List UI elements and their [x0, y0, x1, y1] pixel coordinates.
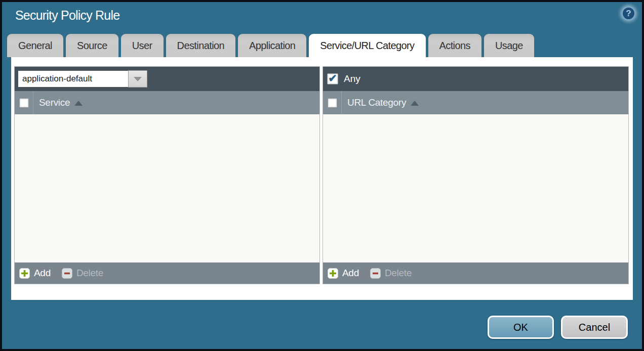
- window-frame: Security Policy Rule ? General Source Us…: [0, 0, 644, 351]
- tab-source[interactable]: Source: [66, 34, 118, 57]
- minus-icon: [370, 268, 381, 279]
- url-category-add-button[interactable]: Add: [328, 268, 359, 279]
- tab-destination[interactable]: Destination: [166, 34, 235, 57]
- chevron-down-icon: [134, 77, 142, 81]
- add-button-label: Add: [34, 268, 51, 279]
- security-policy-rule-dialog: Security Policy Rule ? General Source Us…: [2, 2, 642, 349]
- checkmark-icon: ✔: [328, 73, 337, 83]
- tab-user[interactable]: User: [121, 34, 164, 57]
- delete-button-label: Delete: [385, 268, 412, 279]
- sort-asc-icon[interactable]: [411, 101, 419, 106]
- sort-asc-icon[interactable]: [74, 101, 83, 106]
- minus-icon: [62, 268, 72, 279]
- service-type-dropdown: [18, 70, 147, 87]
- service-panel: Service Add Delete: [14, 66, 320, 284]
- service-delete-button[interactable]: Delete: [62, 268, 103, 279]
- tab-service-url-category[interactable]: Service/URL Category: [309, 34, 425, 57]
- any-checkbox-label[interactable]: Any: [344, 73, 360, 84]
- service-add-button[interactable]: Add: [19, 268, 51, 279]
- url-category-select-all-cell: [323, 91, 342, 114]
- help-icon[interactable]: ?: [622, 7, 635, 20]
- url-category-column-label[interactable]: URL Category: [347, 97, 406, 108]
- url-category-select-all-checkbox[interactable]: [328, 98, 337, 108]
- add-button-label: Add: [342, 268, 359, 279]
- url-category-delete-button[interactable]: Delete: [370, 268, 412, 279]
- plus-icon: [328, 268, 338, 279]
- service-column-header: Service: [15, 91, 319, 114]
- url-category-column-header: URL Category: [323, 91, 628, 114]
- tab-bar: General Source User Destination Applicat…: [7, 34, 534, 57]
- ok-button[interactable]: OK: [488, 316, 554, 339]
- service-panel-footer: Add Delete: [15, 262, 319, 284]
- service-select-all-checkbox[interactable]: [19, 98, 29, 108]
- tab-application[interactable]: Application: [238, 34, 306, 57]
- service-type-dropdown-button[interactable]: [128, 70, 147, 87]
- tab-usage[interactable]: Usage: [484, 34, 534, 57]
- delete-button-label: Delete: [76, 268, 103, 279]
- url-category-list-body: [323, 114, 628, 262]
- tab-content-area: Service Add Delete: [11, 57, 633, 300]
- url-category-panel: ✔ Any URL Category: [323, 66, 629, 284]
- service-list-body: [15, 114, 319, 262]
- any-checkbox[interactable]: ✔: [327, 73, 338, 84]
- service-column-label[interactable]: Service: [39, 97, 70, 108]
- tab-general[interactable]: General: [7, 34, 63, 57]
- plus-icon: [19, 268, 30, 279]
- url-category-panel-footer: Add Delete: [323, 262, 628, 284]
- url-category-panel-header: ✔ Any: [323, 67, 628, 91]
- dialog-title: Security Policy Rule: [15, 8, 119, 23]
- service-panel-header: [15, 67, 319, 91]
- service-type-input[interactable]: [18, 70, 128, 87]
- tab-actions[interactable]: Actions: [428, 34, 481, 57]
- cancel-button[interactable]: Cancel: [561, 316, 628, 339]
- service-select-all-cell: [15, 91, 33, 114]
